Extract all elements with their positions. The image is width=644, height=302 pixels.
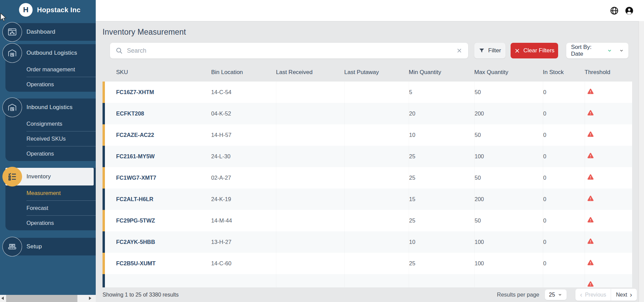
table-row[interactable]: FC2AZE-AC2214-H-5710500 [103,124,632,146]
results-per-page-select[interactable]: 25 [545,289,567,300]
threshold-cell [585,231,632,253]
previous-page-button[interactable]: ‹ Previous [575,289,611,301]
sku-cell[interactable]: FC2AYK-5HBB [103,231,211,253]
sku-cell[interactable]: FC2161-MY5W [103,146,211,167]
sidebar-horizontal-scrollbar[interactable] [0,295,96,302]
min-quantity-cell [409,274,474,287]
table-row[interactable]: FC1WG7-XMT702-A-2725500 [103,167,632,189]
sort-by-dropdown[interactable]: Sort By: Date [566,43,628,58]
table-row[interactable]: FC16Z7-XHTM14-C-545500 [103,82,632,103]
table-row[interactable]: ECFKT20804-K-52202000 [103,103,632,124]
sidebar-item-outbound-logistics[interactable]: Outbound Logistics [5,44,96,62]
sku-cell[interactable]: FC2B5U-XUMT [103,253,211,274]
min-quantity-cell: 20 [409,103,474,124]
scroll-right-arrow-icon[interactable] [89,297,91,300]
search-input[interactable] [127,47,452,54]
sku-cell[interactable]: FC16Z7-XHTM [103,82,211,103]
table-row[interactable]: FC2ALT-H6LR24-K-19152000 [103,189,632,210]
min-quantity-cell: 25 [409,146,474,167]
last-received-cell [276,253,344,274]
sku-cell[interactable] [103,274,211,287]
alert-triangle-icon [587,238,594,246]
sidebar-group-inventory: InventoryMeasurementForecastOperations [5,168,96,230]
last-received-cell [276,146,344,167]
table-row[interactable]: FC29PG-5TWZ14-M-4425500 [103,210,632,231]
sidebar-item-measurement[interactable]: Measurement [26,185,96,200]
main-content: Inventory Measurement Filter Clear Filte… [96,21,644,302]
last-received-cell [276,231,344,253]
in-stock-cell: 0 [543,210,585,231]
sidebar-item-operations[interactable]: Operations [26,146,96,161]
bin-location-cell: 02-A-27 [211,167,276,189]
sidebar-item-operations[interactable]: Operations [26,215,96,230]
threshold-cell [585,274,632,287]
column-header-bin-location: Bin Location [211,69,276,76]
clear-filters-button[interactable]: Clear Filters [511,43,558,58]
table-row-partial[interactable] [103,274,632,287]
sidebar-item-inventory[interactable]: Inventory [5,168,94,185]
alert-triangle-icon [587,195,594,203]
sidebar-group-inbound-logistics: Inbound LogisticsConsignmentsReceived SK… [5,99,96,161]
table-row[interactable]: FC2B5U-XUMT14-C-60251000 [103,253,632,274]
in-stock-cell: 0 [543,189,585,210]
table-row[interactable]: FC2AYK-5HBB13-H-27101000 [103,231,632,253]
last-putaway-cell [344,210,409,231]
inventory-checklist-icon [2,167,22,186]
next-label: Next [616,292,627,298]
filter-button[interactable]: Filter [474,43,505,58]
in-stock-cell [543,274,585,287]
column-header-max-quantity: Max Quantity [474,69,543,76]
next-page-button[interactable]: Next › [611,289,637,301]
sidebar-item-order-management[interactable]: Order management [26,62,96,77]
sku-cell[interactable]: FC1WG7-XMT7 [103,167,211,189]
max-quantity-cell: 100 [474,231,543,253]
column-header-last-received: Last Received [276,69,344,76]
warehouse-inbound-icon [2,97,22,117]
sort-direction-chevron-icon[interactable] [607,48,612,53]
table-row[interactable]: FC2161-MY5W24-L-30251000 [103,146,632,167]
threshold-cell [585,167,632,189]
scroll-left-arrow-icon[interactable] [1,297,4,300]
sidebar-item-label: Inventory [26,173,51,180]
column-header-in-stock: In Stock [543,69,585,76]
vertical-scrollbar[interactable] [639,21,644,302]
threshold-cell [585,103,632,124]
alert-triangle-icon [587,281,594,287]
sidebar-item-received-skus[interactable]: Received SKUs [26,131,96,146]
sidebar-item-inbound-logistics[interactable]: Inbound Logistics [5,99,96,116]
min-quantity-cell: 10 [409,231,474,253]
sidebar-item-dashboard[interactable]: Dashboard [5,23,96,41]
bin-location-cell: 14-C-60 [211,253,276,274]
bin-location-cell: 14-M-44 [211,210,276,231]
sidebar-item-label: Dashboard [26,29,55,35]
max-quantity-cell [474,274,543,287]
sku-cell[interactable]: FC2AZE-AC22 [103,124,211,146]
page-title: Inventory Measurement [103,28,186,37]
last-received-cell [276,167,344,189]
account-icon[interactable] [625,6,634,15]
horizontal-scrollbar-thumb[interactable] [6,295,77,302]
clear-search-icon[interactable] [456,47,463,54]
sku-cell[interactable]: FC2ALT-H6LR [103,189,211,210]
sku-cell[interactable]: ECFKT208 [103,103,211,124]
max-quantity-cell: 50 [474,210,543,231]
sidebar-item-consignments[interactable]: Consignments [26,116,96,131]
x-icon [514,48,520,54]
pager: ‹ Previous Next › [575,289,637,301]
sidebar-item-setup[interactable]: Setup [5,238,96,255]
last-received-cell [276,82,344,103]
brand: H Hopstack Inc [0,0,96,17]
dashboard-icon [2,22,22,42]
threshold-cell [585,210,632,231]
max-quantity-cell: 50 [474,124,543,146]
in-stock-cell: 0 [543,231,585,253]
globe-icon[interactable] [610,6,619,15]
sku-cell[interactable]: FC29PG-5TWZ [103,210,211,231]
in-stock-cell: 0 [543,146,585,167]
clear-filters-label: Clear Filters [523,47,555,54]
sidebar-item-label: Setup [26,243,42,250]
sidebar-item-operations[interactable]: Operations [26,77,96,92]
sidebar-item-forecast[interactable]: Forecast [26,200,96,215]
chevron-down-icon [619,48,624,53]
bin-location-cell: 24-L-30 [211,146,276,167]
